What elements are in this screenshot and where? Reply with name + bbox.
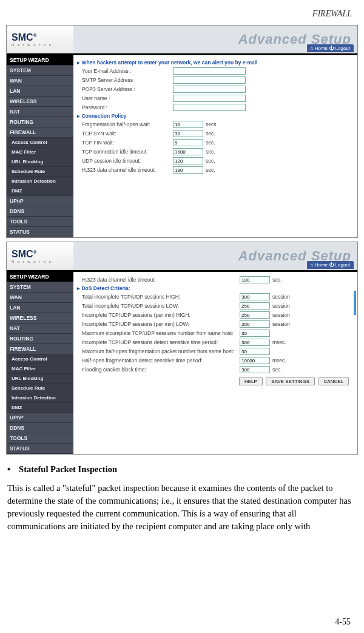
sidebar-item[interactable]: ROUTING [7, 117, 73, 127]
sidebar-item[interactable]: WAN [7, 76, 73, 86]
field-label: Fragmentation half-open wait: [82, 121, 173, 127]
number-input[interactable] [173, 166, 203, 174]
sidebar-item[interactable]: URL Blocking [7, 374, 73, 384]
text-input[interactable] [173, 104, 246, 111]
number-input[interactable] [240, 311, 270, 319]
sidebar-item[interactable]: UPnP [7, 413, 73, 423]
sidebar-item[interactable]: TOOLS [7, 217, 73, 227]
number-input[interactable] [240, 330, 270, 337]
number-input[interactable] [173, 139, 203, 146]
form-row: Total incomplete TCP/UDP sessions LOW:se… [77, 302, 354, 310]
paragraph: This is called a "stateful" packet inspe… [7, 482, 357, 533]
sidebar-item[interactable]: SETUP WIZARD [7, 55, 73, 66]
sidebar-item[interactable]: Access Control [7, 138, 73, 147]
sidebar-item[interactable]: MAC Filter [7, 364, 73, 374]
number-input[interactable] [173, 121, 203, 128]
bullet-heading: •Stateful Packet Inspection [7, 463, 357, 476]
sidebar-item[interactable]: FIREWALL [7, 344, 73, 354]
field-suffix: sec. [206, 167, 215, 173]
sidebar-item[interactable]: Access Control [7, 354, 73, 364]
sidebar-item[interactable]: STATUS [7, 227, 73, 237]
logout-link[interactable]: Logout [335, 46, 350, 51]
save-settings-button[interactable]: SAVE SETTINGS [266, 377, 315, 385]
home-icon[interactable]: ⌂ [311, 262, 315, 268]
text-input[interactable] [173, 67, 246, 75]
content-panel: When hackers attempt to enter your netwo… [73, 55, 357, 237]
sidebar-item[interactable]: WIRELESS [7, 313, 73, 323]
page-header: FIREWALL [0, 0, 364, 25]
sidebar-item[interactable]: SYSTEM [7, 282, 73, 293]
router-ui-screenshot-1: SMC® N e t w o r k s Advanced Setup ⌂ Ho… [6, 25, 358, 238]
sidebar-item[interactable]: FIREWALL [7, 127, 73, 138]
bullet-icon: • [7, 464, 10, 474]
button-row: HELP SAVE SETTINGS CANCEL [77, 375, 354, 388]
field-suffix: secs [206, 121, 216, 127]
sidebar-item[interactable]: DMZ [7, 186, 73, 196]
form-row: TCP FIN wait:sec. [77, 139, 354, 146]
sidebar-item[interactable]: NAT [7, 107, 73, 117]
sidebar-item[interactable]: Intrusion Detection [7, 177, 73, 186]
sidebar-item[interactable]: TOOLS [7, 433, 73, 444]
text-input[interactable] [173, 76, 246, 84]
field-label: User name : [82, 95, 173, 101]
sidebar-item[interactable]: WIRELESS [7, 96, 73, 107]
sidebar-item[interactable]: DMZ [7, 403, 73, 413]
logout-link[interactable]: Logout [335, 262, 350, 268]
sidebar-item[interactable]: WAN [7, 293, 73, 303]
brand-name: SMC® [12, 249, 36, 259]
sidebar-item[interactable]: SETUP WIZARD [7, 272, 73, 282]
sidebar-item[interactable]: NAT [7, 323, 73, 334]
number-input[interactable] [173, 157, 203, 164]
number-input[interactable] [240, 357, 270, 364]
brand-subtext: N e t w o r k s [12, 260, 52, 263]
field-label: H.323 data channel idle timeout: [82, 277, 240, 283]
form-row: SMTP Server Address : [77, 76, 354, 84]
form-row: POP3 Server Address : [77, 86, 354, 93]
form-row: Maximum half-open fragmentation packet n… [77, 348, 354, 355]
text-input[interactable] [173, 86, 246, 93]
number-input[interactable] [240, 302, 270, 310]
logout-icon[interactable]: ⏻ [329, 46, 335, 51]
number-input[interactable] [173, 148, 203, 155]
help-button[interactable]: HELP [239, 377, 263, 385]
cancel-button[interactable]: CANCEL [318, 377, 349, 385]
number-input[interactable] [240, 339, 270, 346]
field-label: Incomplete TCP/UDP sessions (per min) HI… [82, 312, 240, 318]
text-input[interactable] [173, 95, 246, 102]
sidebar-item[interactable]: LAN [7, 86, 73, 96]
field-suffix: sec. [206, 158, 215, 164]
sidebar-item[interactable]: Intrusion Detection [7, 393, 73, 403]
form-row: TCP connection idle timeout:sec. [77, 148, 354, 155]
number-input[interactable] [240, 348, 270, 355]
sidebar-item[interactable]: MAC Filter [7, 147, 73, 157]
field-label: Incomplete TCP/UDP sessions detect sensi… [82, 339, 240, 345]
field-label: UDP session idle timeout: [82, 158, 173, 164]
number-input[interactable] [240, 320, 270, 328]
sidebar-item[interactable]: STATUS [7, 444, 73, 454]
number-input[interactable] [173, 130, 203, 137]
sidebar-item[interactable]: Schedule Rule [7, 167, 73, 177]
h323-timeout-input[interactable] [240, 276, 270, 283]
scrollbar-thumb[interactable] [354, 291, 356, 315]
home-link[interactable]: Home [315, 262, 328, 268]
home-link[interactable]: Home [315, 46, 328, 51]
sidebar-item[interactable]: LAN [7, 303, 73, 313]
field-label: TCP SYN wait: [82, 130, 173, 137]
sidebar-item[interactable]: Schedule Rule [7, 384, 73, 393]
sidebar-item[interactable]: UPnP [7, 196, 73, 206]
field-suffix: msec. [272, 339, 286, 345]
sidebar-item[interactable]: ROUTING [7, 334, 73, 344]
sidebar: SETUP WIZARDSYSTEMWANLANWIRELESSNATROUTI… [7, 272, 73, 454]
sidebar-item[interactable]: SYSTEM [7, 66, 73, 76]
form-row: Incomplete TCP/UDP sessions (per min) HI… [77, 311, 354, 319]
field-label: TCP connection idle timeout: [82, 149, 173, 155]
home-icon[interactable]: ⌂ [311, 46, 315, 51]
sidebar-item[interactable]: URL Blocking [7, 157, 73, 167]
field-suffix: session [272, 321, 290, 327]
number-input[interactable] [240, 366, 270, 373]
form-row: User name : [77, 95, 354, 102]
sidebar-item[interactable]: DDNS [7, 423, 73, 433]
number-input[interactable] [240, 293, 270, 300]
sidebar-item[interactable]: DDNS [7, 206, 73, 217]
logout-icon[interactable]: ⏻ [329, 262, 335, 268]
